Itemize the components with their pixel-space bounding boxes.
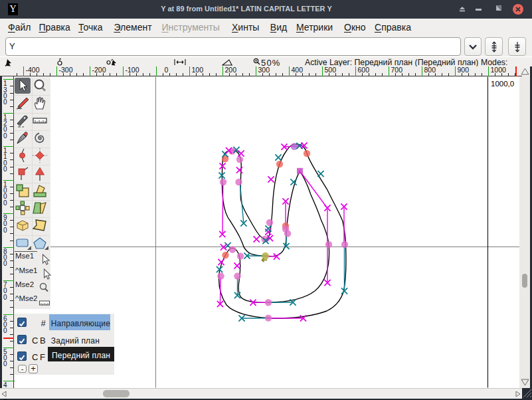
svg-text:1000,0: 1000,0 — [491, 80, 514, 88]
